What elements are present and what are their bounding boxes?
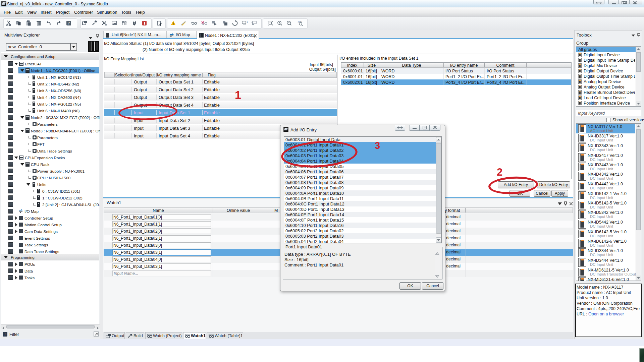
svg-text:1: 1	[247, 21, 248, 23]
svg-text:i: i	[5, 333, 6, 336]
svg-text:?: ?	[68, 21, 70, 25]
